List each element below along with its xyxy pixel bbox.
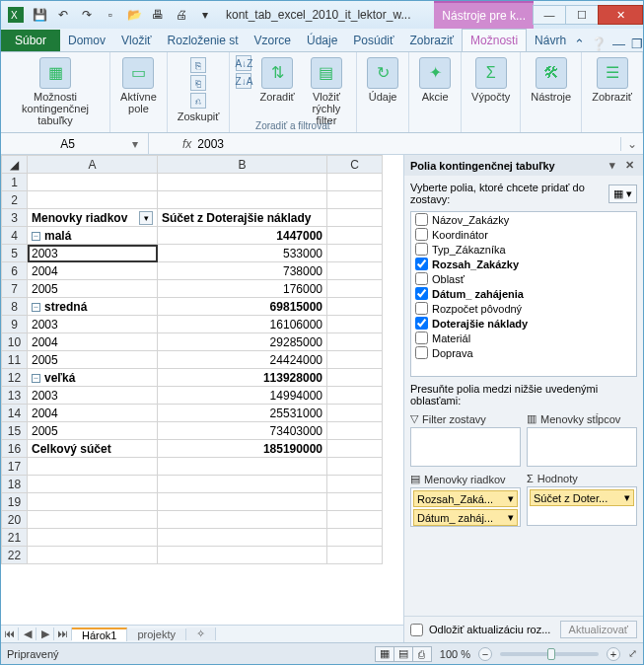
new-icon[interactable]: ▫	[100, 4, 121, 26]
cell[interactable]	[327, 405, 383, 422]
sheet-tab-active[interactable]: Hárok1	[72, 628, 127, 641]
cell[interactable]	[158, 191, 327, 209]
field-checkbox[interactable]	[415, 213, 428, 226]
cell[interactable]	[327, 227, 383, 245]
cell[interactable]: −malá	[28, 227, 158, 245]
field-checkbox[interactable]	[415, 317, 428, 330]
name-box-dropdown-icon[interactable]: ▾	[128, 137, 142, 151]
field-checkbox[interactable]	[415, 272, 428, 285]
cell[interactable]: 738000	[158, 262, 327, 280]
area-rows-box[interactable]: Rozsah_Zaká...▾Dátum_ zaháj...▾	[410, 487, 521, 527]
zoom-level[interactable]: 100 %	[440, 648, 470, 660]
cell[interactable]: −veľká	[28, 369, 158, 387]
field-item[interactable]: Oblasť	[411, 271, 636, 286]
cell[interactable]: 14994000	[158, 387, 327, 405]
cell[interactable]: 2005	[28, 280, 158, 298]
zoom-in-button[interactable]: +	[607, 647, 620, 661]
row-header[interactable]: 16	[2, 440, 28, 458]
cell[interactable]: 176000	[158, 280, 327, 298]
tab-options[interactable]: Možnosti	[462, 29, 527, 51]
tab-page-layout[interactable]: Rozloženie st	[160, 30, 247, 51]
cell[interactable]	[28, 547, 158, 564]
area-filter-box[interactable]	[410, 427, 521, 467]
cell[interactable]: 69815000	[158, 298, 327, 316]
cell[interactable]: 2004	[28, 333, 158, 351]
row-header[interactable]: 21	[2, 529, 28, 547]
tools-button[interactable]: 🛠Nástroje	[527, 55, 575, 105]
insert-slicer-button[interactable]: ▤ Vložiť rýchly filter	[303, 55, 350, 128]
cell[interactable]	[327, 298, 383, 316]
redo-icon[interactable]: ↷	[76, 4, 98, 26]
field-item[interactable]: Doterajšie náklady	[411, 316, 636, 331]
save-icon[interactable]: 💾	[29, 4, 50, 26]
group-button[interactable]: ⎘ ⎗ ⎌ Zoskupiť	[174, 55, 224, 124]
cell[interactable]	[158, 476, 327, 493]
cell[interactable]	[327, 458, 383, 476]
cell[interactable]: Celkový súčet	[28, 440, 158, 458]
field-checkbox[interactable]	[415, 228, 428, 241]
cell[interactable]	[327, 316, 383, 333]
calc-button[interactable]: ΣVýpočty	[467, 55, 514, 105]
cell[interactable]: 533000	[158, 245, 327, 262]
row-header[interactable]: 9	[2, 316, 28, 333]
area-item[interactable]: Súčet z Doter...▾	[530, 489, 634, 506]
excel-icon[interactable]: X	[5, 4, 27, 26]
cell[interactable]	[327, 511, 383, 529]
field-item[interactable]: Názov_Zakázky	[411, 212, 636, 227]
field-checkbox[interactable]	[415, 346, 428, 359]
cell[interactable]	[158, 547, 327, 564]
open-icon[interactable]: 📂	[123, 4, 145, 26]
expand-formula-icon[interactable]: ⌄	[620, 137, 643, 151]
row-header[interactable]: 18	[2, 476, 28, 493]
zoom-thumb[interactable]	[547, 648, 555, 660]
area-item[interactable]: Dátum_ zaháj...▾	[413, 509, 518, 526]
row-label-dropdown-icon[interactable]: ▾	[139, 211, 153, 225]
field-item[interactable]: Doprava	[411, 345, 636, 360]
row-header[interactable]: 1	[2, 174, 28, 191]
field-item[interactable]: Koordinátor	[411, 227, 636, 242]
tab-file[interactable]: Súbor	[1, 30, 60, 51]
cell[interactable]: 2003	[28, 245, 158, 262]
field-checkbox[interactable]	[415, 287, 428, 300]
row-header[interactable]: 12	[2, 369, 28, 387]
tab-view[interactable]: Zobraziť	[402, 30, 463, 51]
cell[interactable]	[28, 493, 158, 511]
pivot-options-button[interactable]: ▦ Možnosti kontingenčnej tabuľky	[7, 55, 104, 128]
cell[interactable]	[158, 174, 327, 191]
undo-icon[interactable]: ↶	[52, 4, 74, 26]
sort-button[interactable]: ⇅ Zoradiť	[255, 55, 298, 105]
cell[interactable]	[158, 529, 327, 547]
zoom-slider[interactable]	[500, 652, 599, 656]
fx-icon[interactable]: fx	[177, 137, 197, 151]
row-header[interactable]: 11	[2, 351, 28, 369]
row-header[interactable]: 7	[2, 280, 28, 298]
area-cols-box[interactable]	[527, 427, 637, 467]
cell[interactable]	[327, 351, 383, 369]
cell[interactable]: 16106000	[158, 316, 327, 333]
cell[interactable]: Súčet z Doterajšie náklady	[158, 209, 327, 227]
maximize-button[interactable]: ☐	[565, 5, 599, 25]
ribbon-minimize-icon[interactable]: ⌃	[574, 37, 585, 51]
sort-desc-button[interactable]: Z↓A	[236, 73, 251, 89]
update-button[interactable]: Aktualizovať	[560, 621, 637, 638]
quickprint-icon[interactable]: 🖨	[171, 4, 192, 26]
cell[interactable]	[327, 476, 383, 493]
cell[interactable]: −stredná	[28, 298, 158, 316]
cell[interactable]	[158, 458, 327, 476]
cell[interactable]: 2004	[28, 405, 158, 422]
cell[interactable]: 24424000	[158, 351, 327, 369]
cell[interactable]	[327, 547, 383, 564]
cell[interactable]: 2004	[28, 262, 158, 280]
cell[interactable]	[327, 174, 383, 191]
cell[interactable]	[158, 511, 327, 529]
cell[interactable]	[28, 191, 158, 209]
cell[interactable]	[327, 245, 383, 262]
cell[interactable]	[158, 493, 327, 511]
cell[interactable]: 113928000	[158, 369, 327, 387]
qat-customize-icon[interactable]: ▾	[194, 4, 216, 26]
close-button[interactable]: ✕	[598, 5, 643, 25]
field-checkbox[interactable]	[415, 302, 428, 315]
field-checkbox[interactable]	[415, 243, 428, 256]
tab-review[interactable]: Posúdiť	[345, 30, 401, 51]
show-button[interactable]: ☰Zobraziť	[588, 55, 636, 105]
